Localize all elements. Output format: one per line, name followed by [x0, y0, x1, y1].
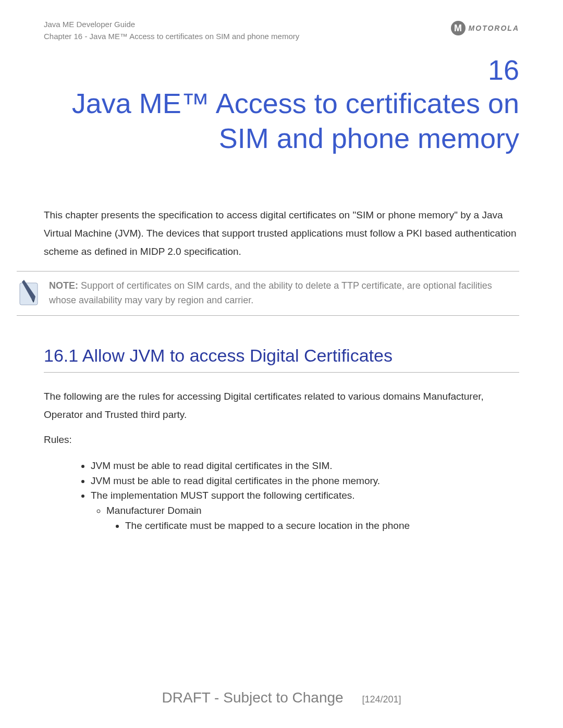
- rules-list: JVM must be able to read digital certifi…: [91, 459, 519, 533]
- guide-title: Java ME Developer Guide: [44, 19, 299, 31]
- header-text-block: Java ME Developer Guide Chapter 16 - Jav…: [44, 19, 299, 42]
- page-header: Java ME Developer Guide Chapter 16 - Jav…: [44, 19, 519, 42]
- note-text: NOTE: Support of certificates on SIM car…: [49, 279, 519, 308]
- note-label: NOTE:: [49, 280, 78, 291]
- list-item: The implementation MUST support the foll…: [91, 489, 519, 533]
- draft-status: DRAFT - Subject to Change: [162, 689, 344, 706]
- page-number: [124/201]: [362, 694, 401, 705]
- section-lead: The following are the rules for accessin…: [44, 387, 519, 424]
- chapter-number: 16: [44, 54, 519, 86]
- section-heading: 16.1 Allow JVM to access Digital Certifi…: [44, 344, 519, 373]
- brand-logo: M MOTOROLA: [451, 21, 519, 35]
- chapter-title: Java ME™ Access to certificates on SIM a…: [44, 86, 519, 156]
- sub-list: Manufacturer Domain The certificate must…: [106, 504, 519, 533]
- chapter-breadcrumb: Chapter 16 - Java ME™ Access to certific…: [44, 31, 299, 43]
- list-item: JVM must be able to read digital certifi…: [91, 459, 519, 473]
- rules-label: Rules:: [44, 434, 519, 446]
- intro-paragraph: This chapter presents the specification …: [44, 206, 519, 261]
- brand-text: MOTOROLA: [469, 24, 519, 32]
- note-pencil-icon: [17, 279, 40, 307]
- note-body: Support of certificates on SIM cards, an…: [49, 280, 492, 305]
- list-item: The certificate must be mapped to a secu…: [125, 519, 519, 533]
- list-item: Manufacturer Domain The certificate must…: [106, 504, 519, 533]
- motorola-icon: M: [451, 21, 466, 35]
- subsub-list: The certificate must be mapped to a secu…: [125, 519, 519, 533]
- list-item: JVM must be able to read digital certifi…: [91, 474, 519, 488]
- page-footer: DRAFT - Subject to Change [124/201]: [0, 689, 563, 706]
- note-block: NOTE: Support of certificates on SIM car…: [17, 271, 519, 316]
